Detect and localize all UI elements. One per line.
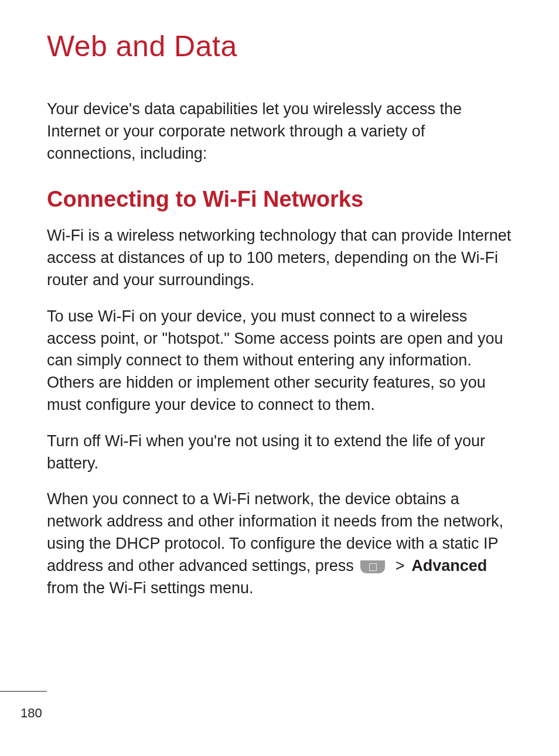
- page-number: 180: [21, 706, 42, 721]
- chapter-title: Web and Data: [47, 29, 512, 63]
- footer-divider: [0, 691, 47, 692]
- document-page: Web and Data Your device's data capabili…: [0, 0, 559, 599]
- menu-key-icon: [360, 560, 385, 573]
- p4-text-post: from the Wi-Fi settings menu.: [47, 579, 254, 597]
- body-paragraph-3: Turn off Wi-Fi when you're not using it …: [47, 430, 512, 475]
- greater-than-symbol: >: [396, 557, 405, 574]
- body-paragraph-2: To use Wi-Fi on your device, you must co…: [47, 306, 512, 416]
- section-title: Connecting to Wi-Fi Networks: [47, 187, 512, 212]
- intro-paragraph: Your device's data capabilities let you …: [47, 98, 512, 165]
- advanced-label: Advanced: [411, 557, 487, 574]
- body-paragraph-4: When you connect to a Wi-Fi network, the…: [47, 488, 512, 599]
- body-paragraph-1: Wi-Fi is a wireless networking technolog…: [47, 225, 512, 291]
